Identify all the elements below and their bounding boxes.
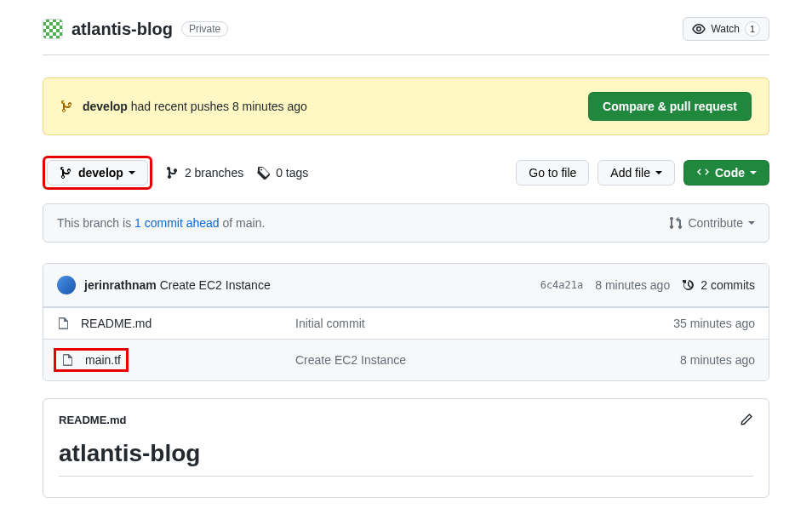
- compare-text: This branch is 1 commit ahead of main.: [57, 216, 265, 230]
- code-label: Code: [715, 166, 745, 180]
- branch-name: develop: [78, 166, 123, 180]
- file-list: jerinrathnam Create EC2 Instance 6c4a21a…: [43, 263, 769, 381]
- branches-count: 2 branches: [185, 166, 243, 180]
- file-highlight: main.tf: [54, 348, 129, 372]
- eye-icon: [692, 22, 706, 36]
- file-commit-message[interactable]: Create EC2 Instance: [295, 353, 636, 367]
- tags-link[interactable]: 0 tags: [257, 166, 308, 180]
- commit-time: 8 minutes ago: [595, 278, 670, 292]
- push-banner: develop had recent pushes 8 minutes ago …: [43, 77, 769, 135]
- watch-count: 1: [745, 21, 760, 37]
- compare-pull-request-button[interactable]: Compare & pull request: [588, 92, 752, 121]
- tags-count: 0 tags: [276, 166, 308, 180]
- repo-name[interactable]: atlantis-blog: [71, 20, 173, 39]
- watch-label: Watch: [711, 23, 740, 35]
- branches-link[interactable]: 2 branches: [166, 166, 243, 180]
- branch-compare-box: This branch is 1 commit ahead of main. C…: [43, 203, 769, 243]
- visibility-badge: Private: [181, 21, 228, 37]
- commit-sha[interactable]: 6c4a21a: [540, 279, 584, 291]
- latest-commit-row: jerinrathnam Create EC2 Instance 6c4a21a…: [43, 264, 769, 307]
- file-row[interactable]: main.tf Create EC2 Instance 8 minutes ag…: [43, 339, 769, 380]
- git-branch-icon: [60, 166, 73, 180]
- file-commit-time: 35 minutes ago: [636, 317, 755, 330]
- banner-branch: develop: [83, 100, 128, 113]
- user-avatar-icon: [57, 276, 76, 294]
- readme-filename[interactable]: README.md: [59, 414, 126, 426]
- pencil-icon[interactable]: [740, 413, 753, 426]
- repo-header: atlantis-blog Private Watch 1: [43, 0, 769, 55]
- contribute-button[interactable]: Contribute: [669, 216, 755, 230]
- caret-down-icon: [750, 171, 757, 174]
- watch-button[interactable]: Watch 1: [683, 17, 769, 41]
- add-file-label: Add file: [610, 166, 650, 180]
- history-icon: [682, 278, 695, 292]
- banner-message: had recent pushes 8 minutes ago: [128, 100, 307, 113]
- readme-heading: atlantis-blog: [59, 440, 753, 477]
- tag-icon: [257, 166, 271, 180]
- file-icon: [57, 317, 71, 330]
- go-to-file-button[interactable]: Go to file: [516, 160, 589, 186]
- file-icon: [61, 353, 75, 367]
- readme-panel: README.md atlantis-blog: [43, 398, 769, 498]
- commit-message[interactable]: Create EC2 Instance: [160, 278, 271, 292]
- commits-link[interactable]: 2 commits: [682, 278, 755, 292]
- caret-down-icon: [655, 171, 662, 174]
- compare-ahead-link[interactable]: 1 commit ahead: [134, 216, 220, 230]
- code-button[interactable]: Code: [683, 160, 769, 186]
- git-branch-icon: [166, 166, 180, 180]
- repo-avatar-icon: [43, 19, 63, 39]
- branch-selector-highlight: develop: [43, 156, 152, 190]
- commits-count: 2 commits: [700, 278, 755, 292]
- caret-down-icon: [129, 171, 135, 174]
- branch-selector-button[interactable]: develop: [47, 160, 148, 186]
- add-file-button[interactable]: Add file: [598, 160, 675, 186]
- commit-author[interactable]: jerinrathnam: [84, 278, 157, 292]
- file-commit-message[interactable]: Initial commit: [295, 317, 636, 330]
- contribute-label: Contribute: [688, 216, 743, 230]
- file-row[interactable]: README.md Initial commit 35 minutes ago: [43, 307, 769, 339]
- git-pull-request-icon: [669, 216, 683, 230]
- git-branch-icon: [60, 100, 74, 113]
- caret-down-icon: [748, 221, 755, 225]
- file-commit-time: 8 minutes ago: [636, 353, 755, 367]
- file-name[interactable]: README.md: [81, 317, 152, 330]
- file-name[interactable]: main.tf: [85, 353, 121, 367]
- repo-toolbar: develop 2 branches 0 tags: [43, 156, 769, 190]
- code-icon: [696, 166, 710, 180]
